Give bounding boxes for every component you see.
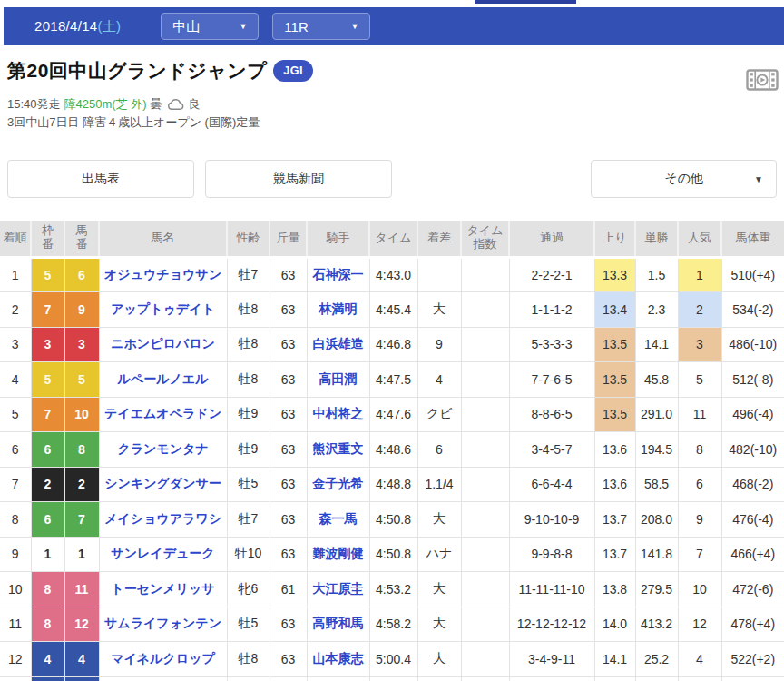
jockey-link[interactable]: 山本康志 [313,651,364,666]
horse-weight-cell: 468(-2) [721,467,784,502]
horse-name-cell: メイショウアラワシ [99,502,227,538]
time-index-cell [461,432,509,468]
newspaper-button[interactable]: 競馬新聞 [205,160,392,198]
horse-name-link[interactable]: サンレイデューク [111,546,214,560]
time-cell: 4:47.6 [369,397,417,432]
time-cell: 4:50.8 [369,537,417,572]
time-index-cell [461,362,509,398]
jockey-cell: 石神深一 [307,257,369,292]
frame-number-cell: 2 [31,467,64,502]
last-3f-cell: 13.5 [594,397,635,432]
table-row: 333ニホンピロバロン牡863白浜雄造4:46.895-3-3-313.514.… [0,327,784,362]
sex-age-cell: 牝6 [227,572,270,607]
last-3f-cell: 13.5 [594,327,635,362]
sex-age-cell [227,676,270,681]
horse-name-link[interactable]: アップトゥデイト [111,301,215,316]
margin-cell: 大 [417,292,461,328]
jockey-link[interactable]: 金子光希 [313,476,364,490]
rank-cell: 1 [0,257,31,292]
win-odds-cell: 58.5 [635,467,678,502]
horse-name-link[interactable]: ルペールノエル [118,371,209,386]
frame-number-cell: 6 [31,502,64,538]
win-odds-cell: 14.1 [635,327,678,362]
time-index-cell [461,572,509,607]
last-3f-cell: 13.8 [594,572,635,607]
other-dropdown-label: その他 [664,171,703,187]
race-title-row: 第20回中山グランドジャンプ JGI [7,58,313,84]
horse-number-cell: 10 [64,397,99,432]
frame-number-cell: 6 [31,432,64,468]
jockey-link[interactable]: 森一馬 [319,511,358,526]
time-index-cell [461,642,509,677]
sex-age-cell: 牡8 [227,362,270,398]
jockey-link[interactable]: 中村将之 [313,406,364,420]
venue-select-value: 中山 [172,18,200,35]
horse-name-link[interactable]: メイショウアラワシ [104,511,221,526]
jockey-link[interactable]: 高田潤 [319,371,358,386]
rank-cell [0,676,31,681]
column-header-last3f: 上り [594,221,635,257]
jockey-link[interactable]: 高野和馬 [313,616,364,630]
horse-name-link[interactable]: ニホンピロバロン [111,336,215,350]
race-number-select[interactable]: 11R ▼ [272,13,370,40]
horse-weight-cell: 522(+2) [721,642,784,677]
horse-weight-cell: 482(-10) [721,432,784,468]
horse-name-link[interactable]: オジュウチョウサン [104,267,221,281]
caret-down-icon: ▼ [239,23,247,31]
jockey-link[interactable]: 林満明 [319,301,358,316]
cloud-icon [167,99,184,111]
popularity-cell: 1 [678,257,721,292]
column-header-passing: 通過 [509,221,594,257]
table-row: 156オジュウチョウサン牡763石神深一4:43.02-2-2-113.31.5… [0,257,784,292]
horse-name-link[interactable]: クランモンタナ [117,441,208,456]
sex-age-cell: 牡5 [227,467,270,502]
sex-age-cell: 牡7 [227,502,270,538]
win-odds-cell: 208.0 [635,502,678,538]
horse-name-cell: トーセンメリッサ [99,572,227,607]
jockey-cell: 高田潤 [307,362,369,398]
other-dropdown[interactable]: その他 ▼ [591,160,777,198]
time-index-cell [461,397,509,432]
venue-select[interactable]: 中山 ▼ [161,13,259,40]
horse-name-cell: マイネルクロップ [99,642,227,677]
start-time: 15:40発走 [7,96,61,113]
frame-number-cell: 1 [31,537,64,572]
passing-order-cell: 9-10-10-9 [509,502,594,538]
horse-name-cell: サムライフォンテン [99,607,227,642]
entry-table-button[interactable]: 出馬表 [7,160,194,198]
horse-number-cell: 2 [64,467,99,502]
jockey-link[interactable]: 難波剛健 [313,546,364,560]
last-3f-cell: 14.1 [594,642,635,677]
jockey-cell: 金子光希 [307,467,369,502]
popularity-cell: 11 [678,397,721,432]
carried-weight-cell: 63 [270,432,307,468]
time-index-cell [461,676,509,681]
column-header-rank: 着順 [0,221,31,257]
passing-order-cell: 3-4-9-11 [509,642,594,677]
horse-name-link[interactable]: サムライフォンテン [104,616,221,630]
jockey-link[interactable]: 大江原圭 [313,581,364,596]
rank-cell: 2 [0,292,31,328]
horse-name-link[interactable]: テイエムオペラドン [104,406,221,420]
table-row: 1244マイネルクロップ牡863山本康志5:00.4大3-4-9-1114.12… [0,642,784,677]
time-cell: 4:48.8 [369,467,417,502]
time-cell: 4:48.6 [369,432,417,468]
jockey-link[interactable]: 熊沢重文 [313,441,364,456]
race-video-button[interactable] [746,69,779,94]
horse-weight-cell: 478(+4) [721,607,784,642]
jockey-link[interactable]: 石神深一 [313,267,364,281]
carried-weight-cell: 63 [270,362,307,398]
horse-name-link[interactable]: シンキングダンサー [104,476,221,490]
last-3f-cell: 13.6 [594,467,635,502]
popularity-cell: 2 [678,292,721,328]
margin-cell: 6 [417,432,461,468]
jockey-link[interactable]: 白浜雄造 [313,336,364,350]
last-3f-cell: 13.7 [594,537,635,572]
carried-weight-cell: 63 [270,397,307,432]
horse-name-link[interactable]: トーセンメリッサ [111,581,214,596]
carried-weight-cell: 63 [270,292,307,328]
sex-age-cell: 牡8 [227,327,270,362]
time-index-cell [461,537,509,572]
horse-name-link[interactable]: マイネルクロップ [111,651,215,666]
popularity-cell: 6 [678,467,721,502]
